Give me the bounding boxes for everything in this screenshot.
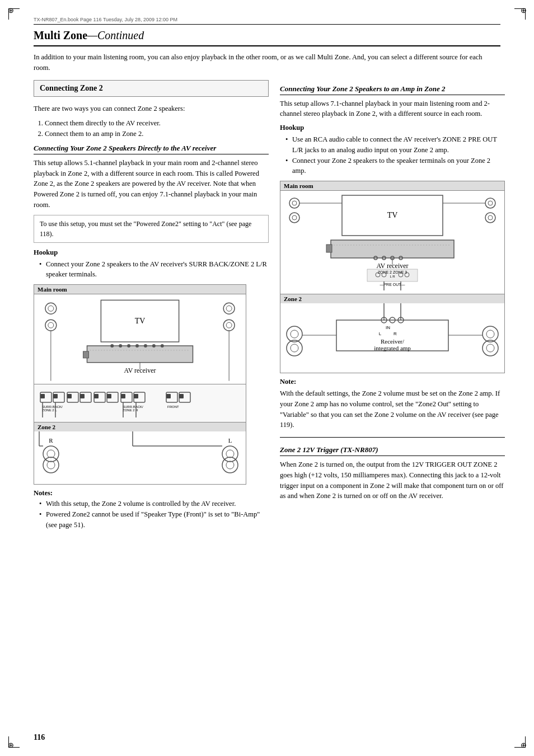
svg-text:FRONT: FRONT xyxy=(167,405,179,408)
svg-point-2 xyxy=(45,320,57,331)
trigger-section: Zone 2 12V Trigger (TX-NR807) When Zone … xyxy=(280,437,505,501)
svg-text:ZONE 2 L: ZONE 2 L xyxy=(42,408,57,412)
svg-text:L: L xyxy=(379,331,382,336)
svg-point-69 xyxy=(292,201,297,205)
svg-text:TV: TV xyxy=(387,211,398,219)
connecting-zone2-box: Connecting Zone 2 xyxy=(34,80,269,97)
svg-rect-37 xyxy=(80,394,85,398)
svg-rect-43 xyxy=(179,394,184,398)
svg-point-1 xyxy=(48,306,54,311)
main-room-svg-right: TV AV receiver xyxy=(280,191,504,292)
svg-point-116 xyxy=(483,340,498,356)
notes-list: With this setup, the Zone 2 volume is co… xyxy=(39,499,269,530)
ways-list-item-2: Connect them to an amp in Zone 2. xyxy=(45,129,269,139)
svg-point-15 xyxy=(110,344,114,348)
notes-heading: Notes: xyxy=(34,489,269,497)
direct-note-box: To use this setup, you must set the "Pow… xyxy=(34,215,269,243)
amp-note-heading: Note: xyxy=(280,378,505,386)
ways-list: Connect them directly to the AV receiver… xyxy=(45,118,269,139)
ways-intro: There are two ways you can connect Zone … xyxy=(34,104,269,114)
diagram-main-room-label-right: Main room xyxy=(280,181,504,191)
svg-point-19 xyxy=(144,344,147,348)
direct-section-title: Connecting Your Zone 2 Speakers Directly… xyxy=(34,144,269,154)
svg-rect-10 xyxy=(87,346,193,363)
amp-note-body: With the default settings, the Zone 2 vo… xyxy=(280,388,505,430)
notes-item-1: With this setup, the Zone 2 volume is co… xyxy=(39,499,269,509)
amp-section-title: Connecting Your Zone 2 Speakers to an Am… xyxy=(280,84,505,95)
svg-rect-41 xyxy=(134,394,138,398)
crosshair-bl xyxy=(7,741,15,749)
svg-rect-36 xyxy=(67,394,72,398)
direct-section-body: This setup allows 5.1-channel playback i… xyxy=(34,158,269,210)
svg-point-5 xyxy=(226,306,232,311)
svg-point-111 xyxy=(291,330,298,338)
svg-point-64 xyxy=(226,461,234,469)
svg-point-18 xyxy=(135,344,139,348)
crosshair-tr xyxy=(519,7,527,15)
svg-point-4 xyxy=(223,303,235,314)
amp-hookup-item-1: Use an RCA audio cable to connect the AV… xyxy=(285,134,505,156)
svg-text:L        R: L R xyxy=(390,275,395,278)
direct-hookup-list: Connect your Zone 2 speakers to the AV r… xyxy=(39,259,269,280)
svg-point-63 xyxy=(222,457,238,473)
zone2-amp-svg: IN R L Receiver/ integrated amp xyxy=(280,303,504,370)
svg-point-0 xyxy=(45,303,57,314)
page-title: Multi Zone—Continued xyxy=(34,29,500,46)
svg-point-16 xyxy=(119,344,122,348)
crosshair-br xyxy=(519,741,527,749)
direct-hookup-item: Connect your Zone 2 speakers to the AV r… xyxy=(39,259,269,280)
speaker-terminals-svg: SURR.BACK/ ZONE 2 L FRONT SURR.BACK/ ZON… xyxy=(38,387,250,417)
svg-text:Receiver/: Receiver/ xyxy=(381,338,405,345)
left-column: Connecting Zone 2 There are two ways you… xyxy=(34,80,269,535)
file-info: TX-NR807_En.book Page 116 Tuesday, July … xyxy=(34,17,500,25)
trigger-title: Zone 2 12V Trigger (TX-NR807) xyxy=(280,445,505,456)
svg-point-115 xyxy=(486,330,494,338)
svg-text:integrated amp: integrated amp xyxy=(374,345,411,351)
svg-point-74 xyxy=(485,213,495,223)
svg-point-6 xyxy=(223,320,235,331)
svg-point-110 xyxy=(287,326,302,342)
svg-point-75 xyxy=(488,215,493,220)
zone2-speakers-svg: R L xyxy=(34,431,247,482)
amp-hookup-list: Use an RCA audio cable to connect the AV… xyxy=(285,134,505,176)
svg-rect-80 xyxy=(331,240,454,258)
amp-hookup-heading: Hookup xyxy=(280,124,505,132)
main-room-svg-left: TV AV receiver xyxy=(34,294,246,384)
svg-point-72 xyxy=(485,198,495,208)
svg-point-71 xyxy=(292,215,297,220)
svg-point-113 xyxy=(291,344,298,352)
diagram-zone2-label-right: Zone 2 xyxy=(280,294,504,303)
svg-rect-39 xyxy=(107,394,111,398)
crosshair-tl xyxy=(7,7,15,15)
svg-point-20 xyxy=(152,344,156,348)
svg-text:IN: IN xyxy=(386,325,390,330)
right-column: Connecting Your Zone 2 Speakers to an Am… xyxy=(280,80,505,535)
svg-point-55 xyxy=(47,450,55,458)
svg-rect-34 xyxy=(40,394,45,398)
svg-rect-42 xyxy=(166,394,171,398)
trigger-body: When Zone 2 is turned on, the output fro… xyxy=(280,459,505,501)
diagram-main-room-label: Main room xyxy=(34,285,246,294)
two-column-layout: Connecting Zone 2 There are two ways you… xyxy=(34,80,500,535)
svg-rect-82 xyxy=(326,245,332,252)
diagram-zone2-label-left: Zone 2 xyxy=(34,422,246,431)
svg-point-73 xyxy=(488,201,493,205)
diagram-right-container: Main room TV xyxy=(280,181,505,373)
svg-point-7 xyxy=(226,322,232,328)
svg-rect-14 xyxy=(83,351,89,358)
svg-rect-35 xyxy=(53,394,58,398)
svg-text:R: R xyxy=(394,331,397,336)
svg-point-21 xyxy=(161,344,164,348)
svg-point-112 xyxy=(287,340,302,356)
svg-rect-38 xyxy=(94,394,99,398)
svg-point-57 xyxy=(47,461,55,469)
direct-hookup-heading: Hookup xyxy=(34,248,269,257)
amp-section-body: This setup allows 7.1-channel playback i… xyxy=(280,98,505,120)
svg-text:L: L xyxy=(228,437,232,444)
amp-hookup-item-2: Connect your Zone 2 speakers to the spea… xyxy=(285,156,505,177)
svg-point-17 xyxy=(127,344,130,348)
svg-text:TV: TV xyxy=(135,317,146,325)
svg-point-114 xyxy=(483,326,498,342)
svg-point-62 xyxy=(226,450,234,458)
ways-list-item-1: Connect them directly to the AV receiver… xyxy=(45,118,269,129)
